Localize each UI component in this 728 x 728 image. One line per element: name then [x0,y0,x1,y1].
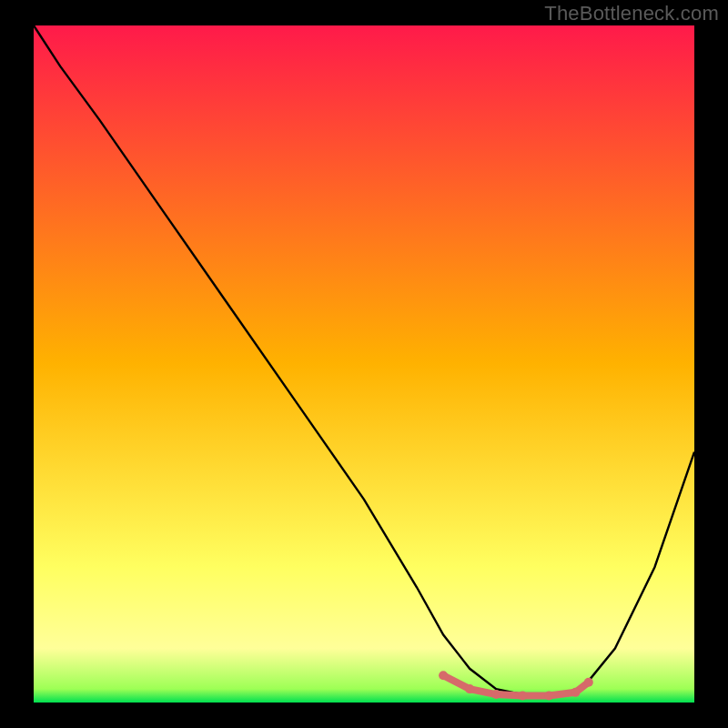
highlight-point [571,688,580,697]
highlight-point [518,692,527,701]
highlight-point [465,684,474,693]
highlight-point [439,671,448,680]
plot-background [34,25,694,703]
highlight-point [584,678,593,687]
highlight-point [544,692,553,701]
plot-svg [0,0,728,728]
attribution-label: TheBottleneck.com [544,2,719,25]
bottleneck-chart: TheBottleneck.com [0,0,728,728]
highlight-point [491,690,500,699]
